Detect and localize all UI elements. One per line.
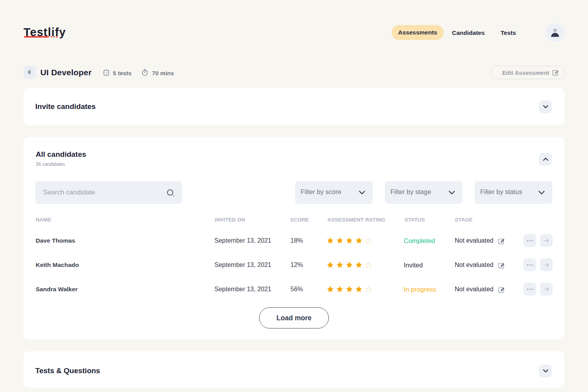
svg-text:?: ? — [105, 71, 107, 75]
